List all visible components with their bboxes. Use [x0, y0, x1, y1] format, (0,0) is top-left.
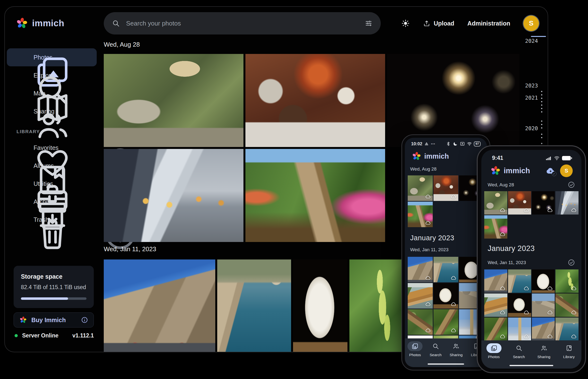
photo-hands[interactable]: [556, 191, 578, 215]
info-icon[interactable]: [84, 54, 90, 61]
select-all-check-icon[interactable]: [568, 259, 575, 266]
photo-park[interactable]: [245, 149, 385, 242]
cloud-sync-icon: [500, 207, 506, 213]
photo-dinner[interactable]: [508, 191, 531, 215]
cloud-sync-icon: [425, 301, 431, 307]
photo-sculpt2[interactable]: [433, 283, 459, 309]
photo-zoo[interactable]: [408, 175, 433, 201]
photo-coast[interactable]: [433, 257, 459, 282]
photo-lizard1[interactable]: [556, 294, 578, 317]
photos-icon: [408, 341, 423, 351]
date-label: Wed, Jan 11, 2023: [410, 247, 448, 253]
photo-zoo[interactable]: [104, 54, 243, 147]
cloud-sync-icon: [425, 328, 431, 333]
cloud-sync-icon: [500, 285, 506, 291]
status-time: 10:02: [411, 142, 422, 146]
scrubber-dots: [541, 134, 542, 138]
info-icon[interactable]: [81, 316, 88, 324]
nav-item-library[interactable]: Library: [559, 343, 579, 359]
cloud-sync-icon: [524, 285, 529, 291]
nav-item-label: Library: [563, 355, 575, 359]
photo-castle[interactable]: [408, 257, 433, 282]
date-label: Wed, Aug 28: [410, 166, 436, 172]
month-header: January 2023: [410, 234, 454, 242]
photo-church[interactable]: [508, 317, 531, 341]
scrubber-year-2024[interactable]: 2024: [525, 38, 538, 44]
scrubber-year-2020[interactable]: 2020: [525, 125, 538, 131]
upload-button[interactable]: Upload: [423, 20, 454, 27]
nav-item-search[interactable]: Search: [426, 341, 446, 357]
buy-immich-button[interactable]: Buy Immich: [14, 313, 94, 328]
photo-berries[interactable]: [556, 269, 578, 293]
map-icon: [16, 89, 24, 97]
photo-wall[interactable]: [532, 294, 555, 317]
photo-dinner[interactable]: [433, 175, 459, 201]
photo-cliff[interactable]: [408, 283, 433, 309]
photo-castle[interactable]: [484, 269, 507, 293]
info-icon[interactable]: [84, 108, 90, 115]
album-icon: [561, 343, 577, 353]
nav-item-search[interactable]: Search: [509, 343, 529, 359]
photo-lizard1[interactable]: [408, 309, 433, 335]
photo-grid: [481, 191, 581, 238]
cloud-sync-icon: [451, 301, 457, 307]
bottom-navigation: PhotosSearchSharingLibrary: [405, 338, 487, 367]
info-icon[interactable]: [84, 162, 90, 169]
sidebar-item-label: Sharing: [33, 108, 54, 115]
photo-bust[interactable]: [532, 269, 555, 293]
nav-item-photos[interactable]: Photos: [405, 341, 426, 357]
photo-fireworks[interactable]: [387, 54, 520, 147]
backup-cloud-icon[interactable]: ✓: [545, 166, 556, 176]
photo-castle[interactable]: [104, 259, 215, 352]
photo-fireworks[interactable]: [532, 191, 555, 215]
photo-park[interactable]: [408, 202, 433, 227]
photo-coast[interactable]: [556, 317, 578, 341]
photo-dinner[interactable]: [245, 54, 385, 147]
scrubber-current-position[interactable]: [531, 36, 546, 37]
photo-park[interactable]: [484, 215, 507, 238]
select-all-check-icon[interactable]: [568, 181, 575, 189]
home-indicator[interactable]: [428, 363, 464, 365]
buy-immich-label: Buy Immich: [31, 316, 66, 324]
info-icon[interactable]: [84, 199, 90, 205]
theme-toggle-sun-icon[interactable]: [401, 19, 410, 28]
nav-item-sharing[interactable]: Sharing: [534, 343, 555, 359]
search-input[interactable]: [126, 19, 359, 28]
photo-coast[interactable]: [508, 269, 531, 293]
date-label: Wed, Jan 11, 2023: [488, 260, 526, 265]
search-filter-icon[interactable]: [365, 19, 372, 27]
home-indicator[interactable]: [509, 365, 553, 366]
status-time: 9:41: [492, 155, 503, 161]
photo-castle[interactable]: [532, 317, 555, 341]
sidebar-item-photos[interactable]: Photos: [7, 48, 97, 66]
photo-grid: [481, 269, 581, 344]
search-bar[interactable]: [104, 12, 381, 34]
storage-title: Storage space: [21, 273, 86, 280]
no-sim-icon: [460, 141, 465, 146]
photo-lizard2[interactable]: [484, 317, 507, 341]
user-avatar[interactable]: S: [560, 164, 573, 177]
photo-grid: [405, 175, 487, 227]
photo-lizard2[interactable]: [433, 309, 459, 335]
scrubber-year-2021[interactable]: 2021: [525, 95, 538, 101]
wifi-icon: [554, 155, 560, 161]
cloud-sync-icon: [500, 333, 506, 339]
nav-item-photos[interactable]: Photos: [484, 343, 504, 359]
photo-coast[interactable]: [217, 259, 291, 352]
photo-zoo[interactable]: [484, 191, 507, 215]
photo-berries[interactable]: [350, 259, 402, 352]
administration-link[interactable]: Administration: [467, 20, 510, 27]
photo-sculpt2[interactable]: [508, 294, 531, 317]
cloud-sync-icon: [451, 275, 457, 281]
people-icon: [537, 343, 552, 353]
photo-hands[interactable]: [104, 149, 243, 242]
photo-bust[interactable]: [293, 259, 348, 352]
info-icon[interactable]: [84, 217, 90, 223]
cloud-sync-icon: [524, 333, 529, 339]
storage-space-card: Storage space 82.4 TiB of 115.1 TiB used: [14, 266, 94, 308]
info-icon[interactable]: [84, 144, 90, 151]
scrubber-year-2023[interactable]: 2023: [525, 83, 538, 89]
nav-item-sharing[interactable]: Sharing: [446, 341, 466, 357]
photo-cliff[interactable]: [484, 294, 507, 317]
cloud-sync-icon: [524, 310, 529, 315]
